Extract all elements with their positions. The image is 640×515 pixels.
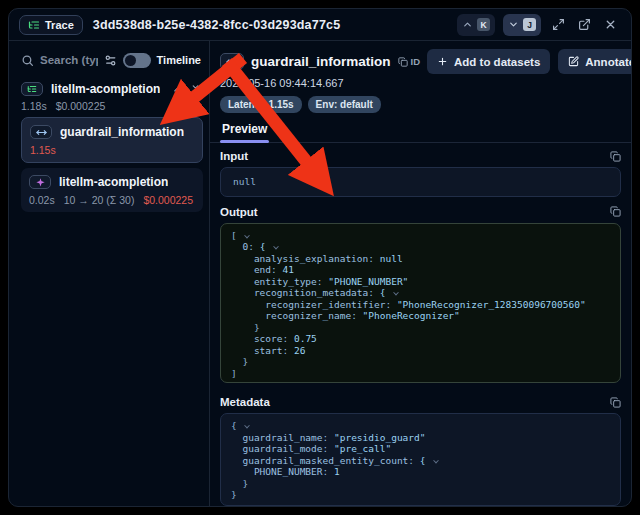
tab-preview[interactable]: Preview	[220, 118, 269, 142]
root-cost: $0.000225	[56, 100, 106, 112]
list-tree-icon	[27, 84, 37, 94]
page-title: guardrail_information	[251, 54, 391, 69]
close-button[interactable]	[601, 16, 619, 34]
maximize-icon	[552, 18, 565, 31]
root-latency: 1.18s	[21, 100, 47, 112]
observation-detail-panel: guardrail_information ID Add to datasets…	[210, 41, 631, 506]
list-tree-icon	[28, 19, 40, 31]
tree-item-root-trace[interactable]: litellm-acompletion 1.18s $0.000225	[17, 82, 203, 112]
trace-type-badge: Trace	[19, 15, 83, 35]
output-json-viewer[interactable]: [ 0: { analysis_explanation: null end: 4…	[220, 223, 621, 383]
copy-id-button[interactable]: ID	[398, 56, 421, 67]
environment-badge: Env: default	[308, 96, 381, 113]
trace-id: 3dd538d8-b25e-4382-8fcc-03d293da77c5	[93, 18, 341, 32]
latency-badge: Latency 1.15s	[220, 96, 302, 113]
copy-icon	[610, 397, 621, 408]
next-observation-button[interactable]: J	[503, 14, 541, 36]
move-horizontal-icon	[226, 56, 238, 68]
tree-item-label: guardrail_information	[60, 125, 184, 139]
chevron-up-icon	[462, 19, 473, 30]
item-cost: $0.000225	[143, 194, 193, 206]
span-icon-badge	[30, 125, 52, 139]
plus-icon	[437, 56, 448, 67]
chevron-up-icon[interactable]	[172, 84, 183, 95]
move-horizontal-icon	[36, 127, 47, 138]
prev-observation-button[interactable]: K	[457, 14, 495, 36]
kbd-j: J	[523, 18, 536, 31]
generation-icon-badge	[29, 175, 51, 189]
input-json-viewer[interactable]: null	[220, 167, 621, 196]
copy-input-button[interactable]	[610, 151, 621, 162]
id-label: ID	[411, 56, 421, 67]
kbd-k: K	[477, 18, 490, 31]
metadata-section-label: Metadata	[220, 396, 270, 408]
open-external-button[interactable]	[575, 16, 593, 34]
topbar: Trace 3dd538d8-b25e-4382-8fcc-03d293da77…	[9, 9, 631, 41]
filter-settings-icon[interactable]	[104, 54, 117, 67]
input-section-label: Input	[220, 150, 248, 162]
add-to-datasets-button[interactable]: Add to datasets	[427, 49, 550, 74]
timeline-toggle[interactable]	[123, 53, 151, 68]
output-section-label: Output	[220, 206, 258, 218]
tree-item-litellm-acompletion[interactable]: litellm-acompletion 0.02s 10 → 20 (Σ 30)…	[21, 168, 203, 212]
trace-detail-window: Trace 3dd538d8-b25e-4382-8fcc-03d293da77…	[8, 8, 632, 507]
item-tokens: 10 → 20 (Σ 30)	[64, 194, 135, 206]
sparkle-icon	[35, 177, 46, 188]
span-icon-badge	[220, 53, 244, 70]
tree-item-guardrail-information[interactable]: guardrail_information 1.15s	[21, 117, 203, 163]
copy-metadata-button[interactable]	[610, 397, 621, 408]
copy-icon	[610, 151, 621, 162]
chevron-down-icon	[508, 19, 519, 30]
edit-pencil-icon	[568, 56, 579, 67]
item-latency: 1.15s	[30, 144, 56, 156]
search-icon	[21, 54, 34, 67]
close-icon	[604, 18, 617, 31]
copy-icon	[398, 57, 408, 67]
item-latency: 0.02s	[29, 194, 55, 206]
trace-icon-badge	[21, 82, 43, 96]
expand-button[interactable]	[549, 16, 567, 34]
timeline-toggle-label: Timeline	[157, 54, 201, 66]
trace-tree-sidebar: Search (type, titl Timeline litellm-acom…	[9, 41, 210, 506]
metadata-json-viewer[interactable]: { guardrail_name: "presidio_guard" guard…	[220, 413, 621, 506]
trace-badge-label: Trace	[45, 19, 74, 31]
tree-item-label: litellm-acompletion	[51, 82, 160, 96]
collapse-all-icon[interactable]	[190, 84, 201, 95]
copy-icon	[610, 206, 621, 217]
annotate-split-button: Annotate	[558, 49, 632, 74]
external-link-icon	[578, 18, 591, 31]
tree-item-label: litellm-acompletion	[59, 175, 168, 189]
annotate-button[interactable]: Annotate	[558, 49, 632, 74]
search-input[interactable]: Search (type, titl	[40, 54, 98, 66]
detail-tabs: Preview	[210, 118, 631, 143]
observation-timestamp: 2025-05-16 09:44:14.667	[220, 77, 621, 90]
copy-output-button[interactable]	[610, 206, 621, 217]
